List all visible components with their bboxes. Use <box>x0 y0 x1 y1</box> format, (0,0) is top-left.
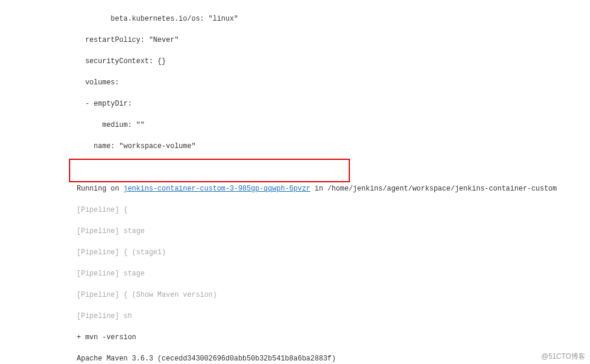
running-suffix: in /home/jenkins/agent/workspace/jenkins… <box>310 185 557 193</box>
config-line: volumes: <box>77 77 590 88</box>
config-line: securityContext: {} <box>77 56 590 67</box>
pipeline-line: [Pipeline] { <box>77 205 590 215</box>
output-line: Apache Maven 3.6.3 (cecedd343002696d0abb… <box>77 353 590 364</box>
pipeline-line: [Pipeline] stage <box>77 226 590 237</box>
pipeline-line: [Pipeline] { (stage1) <box>77 247 590 258</box>
config-line: name: "workspace-volume" <box>77 141 590 152</box>
watermark: @51CTO博客 <box>541 352 585 362</box>
pipeline-line: [Pipeline] sh <box>77 311 590 322</box>
config-line: - emptyDir: <box>77 99 590 109</box>
blank-line <box>77 162 590 173</box>
command-line: + mvn -version <box>77 332 590 343</box>
config-line: restartPolicy: "Never" <box>77 35 590 45</box>
agent-link[interactable]: jenkins-container-custom-3-985gp-qqwph-6… <box>123 185 310 193</box>
running-line: Running on jenkins-container-custom-3-98… <box>77 183 590 194</box>
pipeline-line: [Pipeline] stage <box>77 268 590 279</box>
pipeline-line: [Pipeline] { (Show Maven version) <box>77 290 590 300</box>
console-output: beta.kubernetes.io/os: "linux" restartPo… <box>0 0 590 364</box>
config-line: beta.kubernetes.io/os: "linux" <box>77 14 590 24</box>
config-line: medium: "" <box>77 120 590 130</box>
running-prefix: Running on <box>77 185 123 193</box>
